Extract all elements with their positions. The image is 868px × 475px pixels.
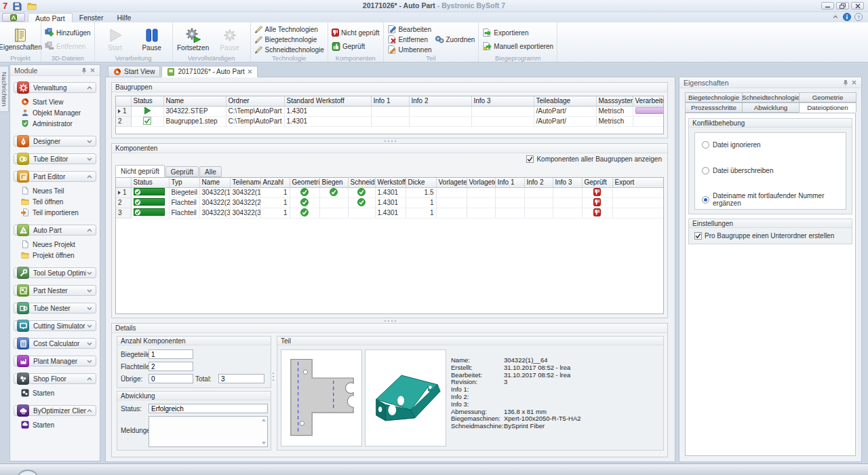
column-header[interactable]: Anzahl [260, 178, 290, 187]
total-field[interactable] [218, 374, 264, 383]
sidebar-item-objekt-manager[interactable]: Objekt Manager [13, 107, 97, 118]
column-header[interactable]: Status [131, 178, 169, 187]
messages-side-tab[interactable]: Nachrichten [0, 66, 9, 112]
messages-textarea[interactable] [149, 416, 268, 447]
pin-icon[interactable] [841, 79, 850, 87]
doc-tab-start-view[interactable]: Start View [108, 66, 160, 77]
column-header[interactable]: Verarbeitung [633, 96, 664, 106]
ribbon-tab-auto-part[interactable]: Auto Part [28, 13, 73, 22]
application-menu-button[interactable] [2, 13, 25, 22]
module-shop-floor[interactable]: Shop Floor [14, 373, 96, 384]
component-tab-alle[interactable]: Alle [199, 166, 222, 177]
ribbon-button-entfernen[interactable]: Entfernen [387, 35, 432, 44]
table-row[interactable]: 3Flachteil304322(3)304322(3...11.43011 [116, 208, 664, 218]
splitter-grip[interactable] [272, 373, 275, 381]
ribbon-tab-fenster[interactable]: Fenster [73, 13, 111, 22]
ribbon-button-biegetechnologie[interactable]: Biegetechnologie [254, 35, 324, 44]
column-header[interactable] [116, 178, 131, 187]
column-header[interactable]: Name [163, 96, 226, 106]
collapse-ribbon-icon[interactable] [831, 13, 840, 22]
properties-tab-prozessschritte[interactable]: Prozessschritte [685, 102, 743, 113]
ribbon-button-manuell-exportieren[interactable]: Manuell exportieren [482, 41, 553, 51]
table-row[interactable]: 2Baugruppe1.stepC:\Temp\AutoPart1.4301/A… [116, 116, 664, 126]
doc-tab-20171026-auto-part[interactable]: 20171026* - Auto Part [161, 66, 257, 77]
module-verwaltung[interactable]: Verwaltung [14, 82, 96, 93]
table-row[interactable]: 2Flachteil304322(2)304322(2...11.43011 [116, 197, 664, 208]
column-header[interactable]: Info 1 [371, 96, 409, 106]
part-flat-preview[interactable] [281, 349, 362, 446]
column-header[interactable]: Status [131, 96, 163, 106]
scroll-up-icon[interactable] [262, 419, 266, 421]
column-header[interactable]: Info 3 [553, 178, 582, 187]
ribbon-button-bearbeiten[interactable]: Bearbeiten [387, 24, 432, 34]
column-header[interactable]: Masssystem [596, 96, 633, 106]
column-header[interactable]: Werkstoff [375, 178, 406, 187]
module-tube-nester[interactable]: Tube Nester [14, 303, 96, 314]
column-header[interactable]: Biegen [319, 178, 348, 187]
column-header[interactable]: Dicke [406, 178, 436, 187]
sidebar-item-teil-ffnen[interactable]: Teil öffnen [13, 196, 97, 207]
properties-tab-biegetechnologie[interactable]: Biegetechnologie [685, 92, 743, 102]
properties-tab-abwicklung[interactable]: Abwicklung [742, 102, 800, 113]
ribbon-button-umbennen[interactable]: Umbennen [387, 45, 432, 54]
radio-option-dateiname-mit-fortlaufender-nummer-erg-nzen[interactable]: Dateiname mit fortlaufender Nummer ergän… [702, 192, 846, 207]
ribbon-button-nicht-gepr-ft[interactable]: Nicht geprüft [332, 28, 380, 37]
ribbon-tab-hilfe[interactable]: Hilfe [110, 13, 138, 22]
ribbon-button-fortsetzen[interactable]: Fortsetzen [176, 24, 210, 55]
column-header[interactable]: Info 2 [409, 96, 471, 106]
sidebar-item-neues-teil[interactable]: Neues Teil [13, 185, 97, 196]
module-cost-calculator[interactable]: Cost Calculator [14, 338, 96, 349]
close-tab-icon[interactable] [248, 68, 252, 75]
sidebar-item-starten[interactable]: Starten [13, 419, 97, 430]
column-header[interactable]: Teilename [230, 178, 260, 187]
restore-button[interactable] [836, 2, 849, 10]
table-row[interactable]: 1304322.STEPC:\Temp\AutoPart1.4301/AutoP… [116, 106, 664, 116]
properties-tab-schneidtechnologie[interactable]: Schneidtechnologie [742, 92, 800, 102]
component-tab-nicht-gepr-ft[interactable]: Nicht geprüft [115, 165, 165, 177]
component-tab-gepr-ft[interactable]: Geprüft [165, 166, 199, 177]
table-row[interactable]: 1Biegeteil304322(1)304322(1...11.43011.5 [116, 187, 664, 197]
column-header[interactable]: Info 2 [524, 178, 553, 187]
module-plant-manager[interactable]: Plant Manager [14, 356, 96, 366]
ribbon-button-zuordnen[interactable]: Zuordnen [435, 35, 475, 44]
column-header[interactable]: Name [199, 178, 230, 187]
sidebar-item-start-view[interactable]: Start View [13, 96, 97, 107]
show-all-assemblies-checkbox[interactable]: Komponenten aller Baugruppen anzeigen [526, 155, 662, 163]
scroll-down-icon[interactable] [262, 442, 266, 444]
module-auto-part[interactable]: Auto Part [14, 225, 96, 235]
module-cutting-simulator[interactable]: Cutting Simulator [14, 320, 96, 331]
column-header[interactable]: Standard Werkstoff [284, 96, 371, 106]
flachteile-field[interactable] [149, 362, 193, 371]
subfolder-checkbox[interactable]: Pro Baugruppe einen Unterordner erstelle… [694, 232, 834, 240]
info-icon[interactable] [843, 13, 851, 22]
module-byoptimizer-client[interactable]: ByOptimizer Client [14, 405, 96, 416]
column-header[interactable]: Ordner [226, 96, 284, 106]
splitter-grip[interactable] [381, 320, 400, 322]
column-header[interactable]: Teileablage [534, 96, 596, 106]
column-header[interactable]: Geprüft [582, 178, 612, 187]
pin-icon[interactable] [79, 66, 88, 75]
ribbon-button-pause[interactable]: Pause [135, 24, 169, 55]
help-icon[interactable]: ? [854, 13, 863, 22]
column-header[interactable]: Vorlagete... [436, 178, 467, 187]
properties-tab-dateioptionen[interactable]: Dateioptionen [799, 102, 856, 113]
module-part-editor[interactable]: Part Editor [14, 171, 96, 182]
biegeteile-field[interactable] [149, 349, 193, 359]
module-part-nester[interactable]: Part Nester [14, 285, 96, 296]
column-header[interactable]: Info 3 [471, 96, 534, 106]
column-header[interactable]: Info 1 [495, 178, 524, 187]
sidebar-item-administrator[interactable]: Administrator [13, 118, 97, 129]
column-header[interactable]: Geometrie [290, 178, 319, 187]
uebrige-field[interactable] [149, 374, 193, 383]
properties-tab-geometrie[interactable]: Geometrie [799, 92, 856, 102]
column-header[interactable]: Export [612, 178, 664, 187]
status-field[interactable] [149, 404, 268, 413]
ribbon-button-schneidtechnologie[interactable]: Schneidtechnologie [254, 45, 324, 54]
close-panel-icon[interactable] [88, 66, 97, 75]
column-header[interactable] [116, 96, 131, 106]
sidebar-item-projekt-ffnen[interactable]: Projekt öffnen [13, 250, 97, 261]
module-designer[interactable]: Designer [14, 136, 96, 147]
close-panel-icon[interactable] [850, 79, 859, 87]
part-3d-preview[interactable] [365, 349, 446, 446]
ribbon-button-alle-technologien[interactable]: Alle Technologien [254, 24, 324, 34]
